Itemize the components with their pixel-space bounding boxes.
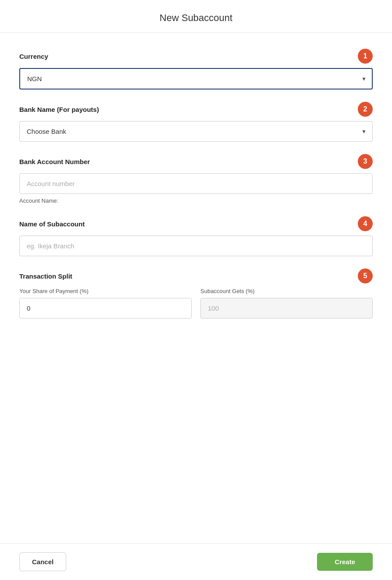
subaccount-name-input[interactable] [19, 236, 373, 256]
step-badge-2: 2 [358, 102, 373, 117]
currency-field-group: Currency 1 NGN USD GBP EUR ▼ [19, 49, 373, 90]
step-badge-3: 3 [358, 154, 373, 169]
bank-name-label: Bank Name (For payouts) [19, 106, 99, 113]
currency-select-wrapper[interactable]: NGN USD GBP EUR ▼ [19, 68, 373, 90]
bank-select-wrapper[interactable]: Choose Bank ▼ [19, 121, 373, 142]
subaccount-name-field-header: Name of Subaccount 4 [19, 216, 373, 231]
account-number-field-header: Bank Account Number 3 [19, 154, 373, 169]
bank-name-field-group: Bank Name (For payouts) 2 Choose Bank ▼ [19, 102, 373, 142]
step-badge-5: 5 [358, 269, 373, 283]
footer: Cancel Create [0, 543, 392, 580]
page-title: New Subaccount [19, 12, 373, 24]
subaccount-gets-col: Subaccount Gets (%) [200, 288, 373, 319]
subaccount-gets-sub-label: Subaccount Gets (%) [200, 288, 373, 294]
bank-select[interactable]: Choose Bank [19, 121, 373, 142]
step-badge-4: 4 [358, 216, 373, 231]
account-name-label: Account Name: [19, 197, 373, 204]
transaction-split-field-header: Transaction Split 5 [19, 269, 373, 283]
bank-name-field-header: Bank Name (For payouts) 2 [19, 102, 373, 117]
currency-field-header: Currency 1 [19, 49, 373, 64]
your-share-col: Your Share of Payment (%) [19, 288, 192, 319]
header: New Subaccount [0, 0, 392, 33]
your-share-sub-label: Your Share of Payment (%) [19, 288, 192, 294]
transaction-split-label: Transaction Split [19, 272, 72, 280]
account-number-field-group: Bank Account Number 3 Account Name: [19, 154, 373, 204]
currency-label: Currency [19, 53, 48, 60]
split-row: Your Share of Payment (%) Subaccount Get… [19, 288, 373, 319]
account-number-label: Bank Account Number [19, 158, 90, 165]
subaccount-name-field-group: Name of Subaccount 4 [19, 216, 373, 256]
cancel-button[interactable]: Cancel [19, 552, 66, 571]
create-button[interactable]: Create [317, 553, 373, 571]
your-share-input[interactable] [19, 298, 192, 319]
form-body: Currency 1 NGN USD GBP EUR ▼ Bank Name (… [0, 33, 392, 543]
transaction-split-field-group: Transaction Split 5 Your Share of Paymen… [19, 269, 373, 319]
step-badge-1: 1 [358, 49, 373, 64]
subaccount-name-label: Name of Subaccount [19, 220, 85, 228]
page-wrapper: New Subaccount Currency 1 NGN USD GBP EU… [0, 0, 392, 580]
subaccount-gets-input [200, 298, 373, 319]
account-number-input[interactable] [19, 173, 373, 194]
currency-select[interactable]: NGN USD GBP EUR [19, 68, 373, 90]
